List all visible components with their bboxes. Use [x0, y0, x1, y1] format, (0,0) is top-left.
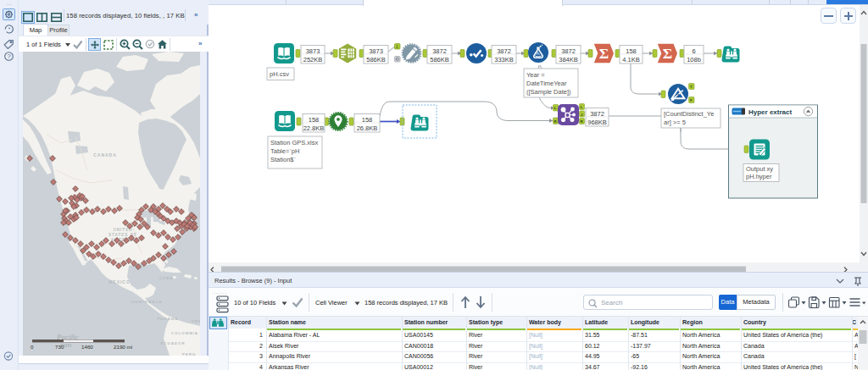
svg-text:Station GPS.xlsx: Station GPS.xlsx — [270, 139, 319, 146]
svg-text:3873: 3873 — [306, 47, 320, 55]
svg-text:333KB: 333KB — [494, 56, 514, 64]
svg-text:MEXICO: MEXICO — [108, 279, 131, 284]
svg-text:PANAMA: PANAMA — [158, 317, 179, 321]
svg-text:…: … — [6, 0, 12, 6]
svg-text:586KB: 586KB — [430, 56, 449, 64]
svg-text:6: 6 — [692, 47, 695, 55]
svg-text:22.8KB: 22.8KB — [303, 124, 325, 132]
svg-text:Output xy: Output xy — [746, 165, 773, 173]
svg-text:?: ? — [7, 52, 10, 60]
svg-text:pH.csv: pH.csv — [270, 70, 289, 78]
svg-text:CUBA: CUBA — [159, 276, 174, 280]
svg-text:F: F — [690, 98, 693, 102]
svg-text:158: 158 — [362, 116, 373, 124]
svg-text:158: 158 — [626, 47, 637, 55]
svg-text:2190 mi: 2190 mi — [114, 344, 132, 350]
svg-text:CANADA: CANADA — [93, 152, 117, 157]
svg-text:3872: 3872 — [497, 47, 511, 55]
svg-text:T: T — [690, 85, 693, 89]
svg-text:Station$`: Station$` — [270, 156, 296, 163]
svg-text:586KB: 586KB — [366, 56, 386, 64]
svg-text:ECUADOR: ECUADOR — [160, 341, 185, 345]
svg-text:3873: 3873 — [369, 47, 383, 55]
svg-text:26.8KB: 26.8KB — [357, 124, 378, 132]
svg-text:4.1KB: 4.1KB — [622, 56, 639, 64]
svg-text:GUATEMALA: GUATEMALA — [131, 300, 163, 304]
svg-text:3872: 3872 — [432, 47, 447, 55]
svg-text:Hyper extract: Hyper extract — [748, 108, 792, 116]
svg-text:3872: 3872 — [561, 47, 576, 55]
svg-text:252KB: 252KB — [303, 56, 323, 64]
svg-text:Year =: Year = — [526, 71, 545, 79]
svg-text:0: 0 — [31, 344, 34, 350]
svg-text:[CountDistinct_Ye: [CountDistinct_Ye — [664, 110, 714, 118]
svg-text:1460: 1460 — [81, 344, 93, 350]
svg-text:([Sample Date]): ([Sample Date]) — [526, 88, 571, 96]
svg-text:DateTimeYear: DateTimeYear — [526, 80, 567, 87]
svg-text:384KB: 384KB — [559, 56, 578, 64]
svg-text:ar] >= 5: ar] >= 5 — [664, 119, 686, 126]
svg-text:VEN: VEN — [192, 319, 200, 323]
svg-text:L: L — [581, 105, 583, 109]
svg-text:Table=`pH: Table=`pH — [270, 147, 299, 155]
svg-text:pH.hyper: pH.hyper — [746, 173, 772, 180]
svg-text:L: L — [554, 106, 557, 110]
svg-text:COLOMBIA: COLOMBIA — [171, 331, 198, 335]
svg-text:108b: 108b — [687, 56, 701, 64]
svg-text:968KB: 968KB — [587, 119, 607, 126]
svg-text:730: 730 — [55, 344, 64, 350]
svg-text:158: 158 — [309, 116, 320, 124]
svg-text:3872: 3872 — [590, 110, 604, 118]
